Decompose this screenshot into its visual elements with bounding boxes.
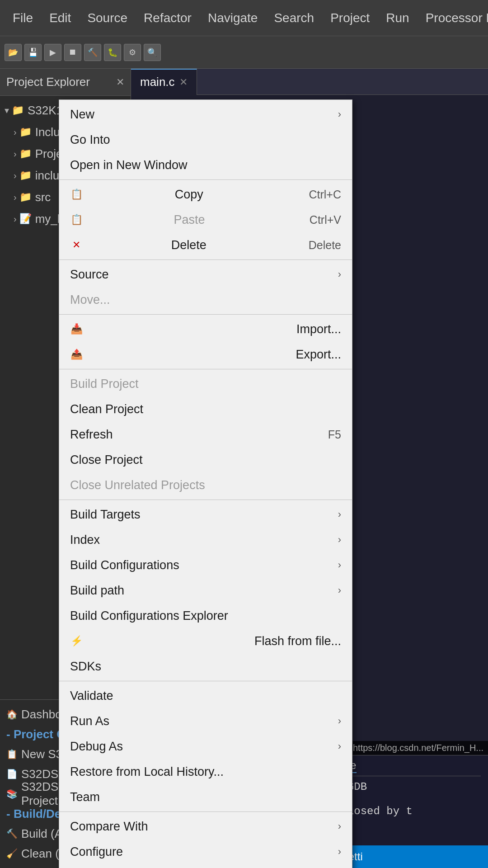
ctx-run-as-label: Run As [70, 714, 109, 728]
ctx-paste[interactable]: 📋 Paste Ctrl+V [59, 207, 352, 232]
ctx-sdks-label: SDKs [70, 660, 101, 674]
ctx-import-label: Import... [296, 322, 341, 336]
toolbar-btn-6[interactable]: 🐛 [104, 44, 121, 61]
ctx-team[interactable]: Team [59, 784, 352, 810]
toolbar-btn-1[interactable]: 📂 [5, 44, 22, 61]
ctx-refresh[interactable]: Refresh F5 [59, 422, 352, 447]
ctx-validate[interactable]: Validate [59, 683, 352, 708]
menu-run[interactable]: Run [378, 11, 417, 25]
ctx-export[interactable]: 📤 Export... [59, 342, 352, 367]
ctx-close-project[interactable]: Close Project [59, 447, 352, 472]
menu-search[interactable]: Search [266, 11, 322, 25]
ctx-build-configurations-explorer[interactable]: Build Configurations Explorer [59, 603, 352, 628]
ctx-open-new-window[interactable]: Open in New Window [59, 152, 352, 178]
toolbar-btn-4[interactable]: ⏹ [64, 44, 81, 61]
ctx-copy-label: Copy [175, 188, 203, 202]
ctx-build-project[interactable]: Build Project [59, 371, 352, 396]
ctx-compare-with-label: Compare With [70, 820, 148, 834]
ctx-flash-from-file[interactable]: ⚡ Flash from file... [59, 628, 352, 654]
ctx-configure-arrow: › [338, 846, 341, 858]
ctx-source[interactable]: Source › [59, 262, 352, 287]
ctx-paste-shortcut: Ctrl+V [310, 213, 341, 226]
menu-processor[interactable]: Processor Ex [418, 11, 488, 25]
url-text: https://blog.csdn.net/Fermin_H... [353, 743, 483, 753]
tab-mainc-label: main.c [140, 75, 175, 89]
ctx-compare-with-arrow: › [338, 821, 341, 832]
export-icon: 📤 [70, 349, 83, 360]
menu-project[interactable]: Project [322, 11, 378, 25]
tab-mainc[interactable]: main.c ✕ [131, 69, 197, 95]
ctx-close-unrelated-label: Close Unrelated Projects [70, 478, 205, 492]
ctx-build-path[interactable]: Build path › [59, 578, 352, 603]
toolbar-btn-2[interactable]: 💾 [24, 44, 42, 61]
url-bar: https://blog.csdn.net/Fermin_H... [348, 741, 488, 755]
s32dslib-icon: 📚 [6, 788, 18, 799]
ctx-team-label: Team [70, 790, 100, 804]
ctx-sep-6 [59, 681, 352, 681]
tree-inclu-arrow: › [14, 127, 17, 137]
tree-myl-label: my_l [35, 212, 60, 226]
ctx-index-label: Index [70, 533, 100, 547]
toolbar-btn-7[interactable]: ⚙ [124, 44, 141, 61]
tab-close-icon[interactable]: ✕ [179, 76, 188, 88]
ctx-validate-label: Validate [70, 689, 113, 703]
toolbar-btn-8[interactable]: 🔍 [144, 44, 161, 61]
ctx-build-configurations[interactable]: Build Configurations › [59, 552, 352, 578]
copy-icon: 📋 [70, 189, 83, 200]
dashboard-icon: 🏠 [6, 709, 18, 720]
ctx-delete-shortcut: Delete [309, 239, 341, 252]
panel-close-icon[interactable]: ✕ [116, 76, 124, 88]
ctx-build-configurations-label: Build Configurations [70, 558, 179, 572]
tree-inclu-label: Inclu [35, 125, 60, 139]
menu-source[interactable]: Source [79, 11, 136, 25]
menu-refactor[interactable]: Refactor [136, 11, 200, 25]
ctx-clean-project[interactable]: Clean Project [59, 396, 352, 422]
ctx-debug-as-label: Debug As [70, 740, 123, 754]
ctx-flash-from-file-label: Flash from file... [254, 634, 341, 648]
ctx-move[interactable]: Move... [59, 287, 352, 312]
ctx-build-configurations-explorer-label: Build Configurations Explorer [70, 609, 228, 623]
menu-navigate[interactable]: Navigate [200, 11, 266, 25]
tree-inclu2-icon: 📁 [19, 170, 32, 181]
tree-src-arrow: › [14, 192, 17, 203]
ctx-sep-1 [59, 179, 352, 180]
ctx-build-targets[interactable]: Build Targets › [59, 502, 352, 527]
menu-file[interactable]: File [5, 11, 41, 25]
ctx-go-into-label: Go Into [70, 133, 110, 147]
tree-inclu2-arrow: › [14, 170, 17, 181]
menu-edit[interactable]: Edit [41, 11, 79, 25]
ctx-copy[interactable]: 📋 Copy Ctrl+C [59, 182, 352, 207]
news32-icon: 📋 [6, 749, 18, 760]
ctx-new-arrow: › [338, 108, 341, 120]
ctx-source-arrow: › [338, 269, 341, 280]
toolbar-btn-3[interactable]: ▶ [44, 44, 61, 61]
ctx-index[interactable]: Index › [59, 527, 352, 552]
ctx-delete[interactable]: ✕ Delete Delete [59, 232, 352, 258]
ctx-index-arrow: › [338, 534, 341, 546]
delete-icon: ✕ [70, 239, 83, 251]
ctx-close-unrelated[interactable]: Close Unrelated Projects [59, 472, 352, 498]
ctx-go-into[interactable]: Go Into [59, 127, 352, 152]
ctx-sep-4 [59, 369, 352, 369]
ctx-new[interactable]: New › [59, 102, 352, 127]
tree-myl-icon: 📝 [19, 213, 32, 225]
toolbar: 📂 💾 ▶ ⏹ 🔨 🐛 ⚙ 🔍 [0, 36, 488, 69]
menu-bar: File Edit Source Refactor Navigate Searc… [0, 0, 488, 36]
ctx-restore-local-history[interactable]: Restore from Local History... [59, 759, 352, 784]
ctx-move-label: Move... [70, 293, 110, 307]
ctx-run-as[interactable]: Run As › [59, 708, 352, 734]
ctx-debug-as[interactable]: Debug As › [59, 734, 352, 759]
paste-icon: 📋 [70, 214, 83, 226]
tree-proje-icon: 📁 [19, 148, 32, 160]
ctx-paste-label: Paste [174, 213, 205, 227]
ctx-configure[interactable]: Configure › [59, 839, 352, 864]
buildall-icon: 🔨 [6, 828, 18, 839]
tree-inclu2-label: inclu [35, 169, 59, 183]
ctx-debug-as-arrow: › [338, 741, 341, 752]
ctx-source2[interactable]: Source › [59, 864, 352, 868]
ctx-sdks[interactable]: SDKs [59, 654, 352, 679]
context-menu: New › Go Into Open in New Window 📋 Copy … [59, 99, 352, 868]
toolbar-btn-5[interactable]: 🔨 [84, 44, 101, 61]
ctx-compare-with[interactable]: Compare With › [59, 814, 352, 839]
ctx-import[interactable]: 📥 Import... [59, 316, 352, 342]
